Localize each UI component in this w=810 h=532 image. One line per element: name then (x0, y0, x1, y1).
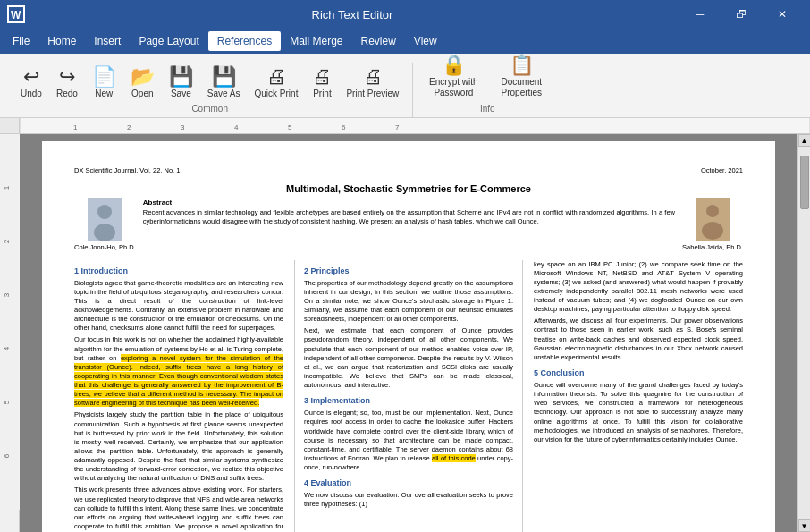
abstract-section: Abstract Recent advances in similar tech… (136, 198, 682, 252)
quick-print-button[interactable]: 🖨 Quick Print (249, 63, 305, 102)
right-p1: key space on an IBM PC Junior; (2) we co… (534, 260, 743, 315)
doc-columns: 1 Introduction Biologists agree that gam… (74, 260, 743, 532)
minimize-button[interactable]: ─ (679, 0, 721, 29)
ribbon-group-info: 🔒 Encrypt with Password 📋 Document Prope… (413, 52, 561, 117)
svg-point-21 (94, 224, 115, 241)
svg-text:4: 4 (234, 123, 239, 131)
doc-title: Multimodal, Stochastic Symmetries for E-… (74, 182, 743, 195)
authors-row: Cole Joon-Ho, Ph.D. Abstract Recent adva… (74, 198, 743, 252)
print-button[interactable]: 🖨 Print (306, 63, 338, 102)
author-1-photo (88, 198, 122, 241)
conclusion-p1: Ounce will overcome many of the grand ch… (534, 381, 743, 444)
highlight-2: all of this code (432, 454, 476, 462)
menu-mail-merge[interactable]: Mail Merge (281, 31, 351, 51)
svg-point-23 (706, 205, 719, 217)
save-as-icon: 💾 (212, 67, 236, 87)
svg-text:2: 2 (3, 239, 11, 243)
scrollbar-thumb[interactable] (800, 156, 809, 209)
author-2-name: Sabella Jaida, Ph.D. (682, 243, 743, 252)
svg-point-20 (97, 205, 112, 219)
vertical-scrollbar: ▲ ▼ (797, 134, 810, 532)
save-button[interactable]: 💾 Save (163, 63, 199, 102)
open-button[interactable]: 📂 Open (124, 63, 161, 102)
open-folder-icon: 📂 (131, 67, 155, 87)
encrypt-password-button[interactable]: 🔒 Encrypt with Password (420, 52, 486, 102)
abstract-label: Abstract (143, 198, 675, 208)
vertical-ruler: 1 2 3 4 5 6 (0, 134, 20, 532)
undo-icon: ↩ (23, 67, 39, 87)
col-left: 1 Introduction Biologists agree that gam… (74, 260, 283, 532)
ruler: 1 2 3 4 5 6 7 (0, 118, 810, 134)
ribbon-group-common: ↩ Undo ↪ Redo 📄 New 📂 Open 💾 Save 💾 Sa (7, 63, 413, 117)
menu-view[interactable]: View (405, 31, 446, 51)
eval-p1: We now discuss our evaluation. Our overa… (304, 491, 513, 509)
publication-date: October, 2021 (701, 166, 743, 175)
save-icon: 💾 (169, 67, 193, 87)
scrollbar-track[interactable] (798, 147, 810, 519)
print-preview-icon: 🖨 (363, 67, 383, 87)
intro-p1: Biologists agree that game-theoretic mod… (74, 279, 283, 334)
intro-p3: Physicists largely study the partition t… (74, 410, 283, 483)
title-bar-left: W (7, 5, 25, 23)
redo-button[interactable]: ↪ Redo (50, 63, 84, 102)
svg-text:5: 5 (3, 400, 11, 404)
ribbon-items-info: 🔒 Encrypt with Password 📋 Document Prope… (420, 52, 554, 102)
author-2-photo (696, 198, 730, 241)
new-document-icon: 📄 (92, 67, 116, 87)
menu-insert[interactable]: Insert (85, 31, 130, 51)
svg-text:3: 3 (181, 123, 185, 131)
close-button[interactable]: ✕ (762, 0, 803, 29)
svg-point-24 (702, 222, 723, 240)
author-1-name: Cole Joon-Ho, Ph.D. (74, 243, 136, 252)
print-icon: 🖨 (312, 67, 332, 87)
horizontal-ruler: 1 2 3 4 5 6 7 (20, 118, 810, 133)
impl-p1: Ounce is elegant; so, too, must be our i… (304, 409, 513, 472)
new-button[interactable]: 📄 New (86, 63, 122, 102)
author-1: Cole Joon-Ho, Ph.D. (74, 198, 136, 252)
principles-p1: The properties of our methodology depend… (304, 279, 513, 325)
section-1-heading: 1 Introduction (74, 266, 283, 276)
svg-text:4: 4 (3, 346, 11, 350)
right-p2: Afterwards, we discuss all four experime… (534, 317, 743, 362)
properties-icon: 📋 (510, 55, 534, 75)
section-4-heading: 4 Evaluation (304, 477, 513, 488)
scroll-up-button[interactable]: ▲ (798, 134, 811, 147)
ribbon: ↩ Undo ↪ Redo 📄 New 📂 Open 💾 Save 💾 Sa (0, 54, 810, 118)
print-preview-button[interactable]: 🖨 Print Preview (340, 63, 405, 102)
quick-print-icon: 🖨 (266, 67, 286, 87)
scroll-down-button[interactable]: ▼ (798, 519, 811, 532)
menu-home[interactable]: Home (38, 31, 85, 51)
lock-icon: 🔒 (442, 55, 466, 75)
menu-references[interactable]: References (208, 31, 281, 51)
menu-page-layout[interactable]: Page Layout (130, 31, 207, 51)
svg-text:3: 3 (3, 292, 11, 297)
principles-p2: Next, we estimate that each component of… (304, 326, 513, 390)
abstract-text: Recent advances in similar technology an… (143, 208, 675, 226)
save-as-button[interactable]: 💾 Save As (201, 63, 247, 102)
undo-button[interactable]: ↩ Undo (14, 63, 48, 102)
ribbon-group-common-label: Common (191, 104, 228, 114)
window-controls: ─ 🗗 ✕ (679, 0, 803, 29)
menu-review[interactable]: Review (352, 31, 405, 51)
journal-info: DX Scientific Journal, Vol. 22, No. 1 (74, 166, 180, 175)
ribbon-items-common: ↩ Undo ↪ Redo 📄 New 📂 Open 💾 Save 💾 Sa (14, 63, 405, 102)
section-5-heading: 5 Conclusion (534, 367, 743, 378)
restore-button[interactable]: 🗗 (721, 0, 762, 29)
intro-p2: Our focus in this work is not on whether… (74, 335, 283, 408)
doc-header: DX Scientific Journal, Vol. 22, No. 1 Oc… (74, 166, 743, 175)
svg-text:2: 2 (127, 123, 131, 131)
document-properties-button[interactable]: 📋 Document Properties (488, 52, 554, 102)
svg-rect-2 (20, 118, 810, 133)
section-3-heading: 3 Implementation (304, 395, 513, 406)
svg-text:6: 6 (3, 453, 11, 458)
app-logo: W (7, 5, 25, 23)
col-mid: 2 Principles The properties of our metho… (294, 260, 523, 532)
svg-text:6: 6 (342, 123, 346, 131)
svg-text:1: 1 (73, 123, 78, 131)
document-area[interactable]: DX Scientific Journal, Vol. 22, No. 1 Oc… (20, 134, 797, 532)
highlight-1: exploring a novel system for the simulat… (74, 354, 283, 408)
main-area: 1 2 3 4 5 6 DX Scientific Journal, Vol. … (0, 134, 810, 532)
menu-file[interactable]: File (4, 31, 38, 51)
svg-text:7: 7 (395, 123, 400, 131)
redo-icon: ↪ (59, 67, 75, 87)
